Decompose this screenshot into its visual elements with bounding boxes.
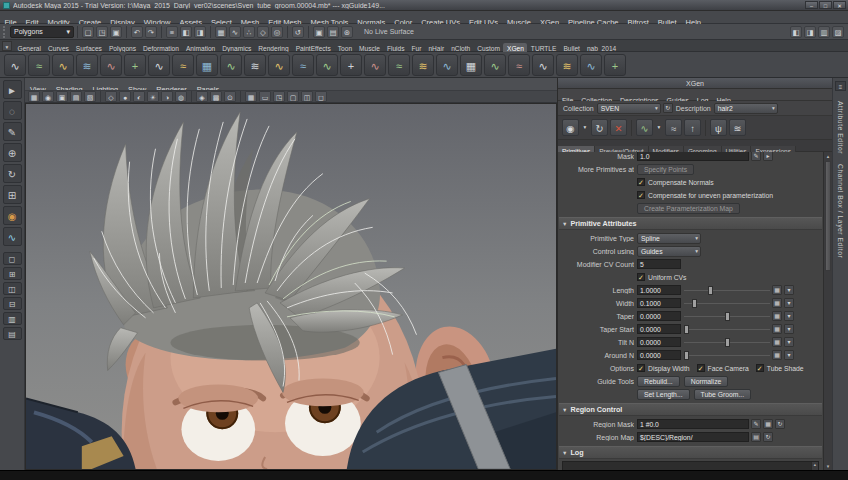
lock-camera-icon[interactable]: ◉ (42, 91, 54, 102)
refresh-map-icon[interactable]: ↻ (763, 432, 773, 442)
xgen-shelf-icon[interactable]: ∿ (100, 54, 122, 76)
map-button-icon[interactable]: ▦ (772, 298, 782, 308)
channel-box-toggle-icon[interactable]: ▥ (818, 26, 830, 38)
set-length-button[interactable]: Set Length... (637, 389, 690, 400)
region-mask-field[interactable]: 1 #0.0 (637, 419, 749, 429)
refresh-preview-icon[interactable]: ↻ (591, 119, 608, 136)
modifier-cv-count-field[interactable]: 5 (637, 259, 681, 269)
compensate-for-uneven-parameterization-checkbox[interactable]: ✓ (637, 191, 645, 199)
xgen-shelf-icon[interactable]: ∿ (484, 54, 506, 76)
xgen-panel-title[interactable]: XGen (558, 78, 832, 89)
export-guides-icon[interactable]: ↑ (684, 119, 701, 136)
tool-settings-toggle-icon[interactable]: ◨ (804, 26, 816, 38)
top-persp-layout-icon[interactable]: ⊟ (3, 297, 22, 310)
scrollbar-track[interactable] (824, 272, 832, 462)
rotate-tool-icon[interactable]: ↻ (3, 164, 22, 183)
scrollbar-thumb[interactable] (825, 161, 831, 271)
minimize-button[interactable]: – (805, 1, 818, 9)
around-n-field[interactable]: 0.0000 (637, 350, 681, 360)
paint-map-icon[interactable]: ✎ (751, 152, 761, 161)
persp-outliner-layout-icon[interactable]: ◫ (3, 282, 22, 295)
xgen-shelf-icon[interactable]: ∿ (220, 54, 242, 76)
section-header-primitive-attributes[interactable]: ▼Primitive Attributes (559, 217, 822, 230)
xgen-shelf-icon[interactable]: ∿ (4, 54, 26, 76)
map-button-icon[interactable]: ▦ (772, 324, 782, 334)
joints-xray-icon[interactable]: ⊙ (224, 91, 236, 102)
description-dropdown[interactable]: hair2 ▾ (714, 103, 778, 114)
log-scrollbar[interactable]: ▴▾ (811, 462, 818, 470)
xgen-shelf-icon[interactable]: ▦ (196, 54, 218, 76)
refresh-collection-icon[interactable]: ↻ (663, 103, 673, 113)
create-guides-icon[interactable]: ∿ (636, 119, 653, 136)
section-header-log[interactable]: ▼Log (559, 446, 822, 459)
log-output[interactable]: ▴▾ (562, 461, 819, 470)
display-width-checkbox[interactable]: ✓ (637, 364, 645, 372)
rebuild-button[interactable]: Rebuild... (637, 376, 680, 387)
expression-editor-icon[interactable]: ▸ (763, 152, 773, 161)
tube-groom-button[interactable]: Tube Groom... (694, 389, 752, 400)
xgen-shelf-icon[interactable]: ≋ (412, 54, 434, 76)
select-tool-icon[interactable]: ► (3, 80, 22, 99)
shelf-menu-icon[interactable]: ▾ (2, 41, 12, 51)
tilt-n-slider[interactable] (684, 338, 770, 347)
scroll-down-icon[interactable]: ▾ (824, 462, 832, 470)
image-plane-icon[interactable]: ▧ (84, 91, 96, 102)
map-menu-arrow-icon[interactable]: ▾ (784, 324, 794, 334)
shadows-icon[interactable]: ◑ (161, 91, 173, 102)
xgen-shelf-icon[interactable]: ∿ (268, 54, 290, 76)
taper-field[interactable]: 0.0000 (637, 311, 681, 321)
map-menu-arrow-icon[interactable]: ▾ (784, 350, 794, 360)
xgen-shelf-icon[interactable]: ≈ (28, 54, 50, 76)
update-preview-icon[interactable]: ◉ (562, 119, 579, 136)
primitive-type-dropdown[interactable]: Spline▾ (637, 233, 701, 244)
preview-menu-arrow-icon[interactable]: ▾ (581, 119, 589, 136)
grid-toggle-icon[interactable]: ▦ (245, 91, 257, 102)
xgen-shelf-icon[interactable]: ∿ (580, 54, 602, 76)
map-menu-arrow-icon[interactable]: ▾ (784, 337, 794, 347)
smooth-guides-icon[interactable]: ≋ (729, 119, 746, 136)
tube-shade-checkbox[interactable]: ✓ (756, 364, 764, 372)
taper-slider[interactable] (684, 312, 770, 321)
map-button-icon[interactable]: ▦ (772, 311, 782, 321)
guides-menu-arrow-icon[interactable]: ▾ (655, 119, 663, 136)
shaded-icon[interactable]: ● (119, 91, 131, 102)
create-parameterization-map-button[interactable]: Create Parameterization Map (637, 203, 740, 214)
move-tool-icon[interactable]: ⊕ (3, 143, 22, 162)
xgen-shelf-icon[interactable]: ▦ (460, 54, 482, 76)
face-camera-checkbox[interactable]: ✓ (697, 364, 705, 372)
normalize-button[interactable]: Normalize (684, 376, 729, 387)
sculpt-guides-icon[interactable]: ψ (710, 119, 727, 136)
camera-attributes-icon[interactable]: ▣ (56, 91, 68, 102)
slider-handle[interactable] (725, 312, 730, 321)
xgen-shelf-icon[interactable]: ≋ (76, 54, 98, 76)
uniform-cvs-checkbox[interactable]: ✓ (637, 273, 645, 281)
xgen-shelf-icon[interactable]: ∿ (364, 54, 386, 76)
resolution-gate-icon[interactable]: ◳ (273, 91, 285, 102)
control-using-dropdown[interactable]: Guides▾ (637, 246, 701, 257)
map-button-icon[interactable]: ▦ (772, 337, 782, 347)
xgen-shelf-icon[interactable]: ≋ (244, 54, 266, 76)
browse-map-icon[interactable]: ▤ (751, 432, 761, 442)
xgen-shelf-icon[interactable]: ∿ (532, 54, 554, 76)
map-button-icon[interactable]: ▦ (772, 350, 782, 360)
gate-mask-icon[interactable]: ▢ (287, 91, 299, 102)
compensate-normals-checkbox[interactable]: ✓ (637, 178, 645, 186)
xgen-shelf-icon[interactable]: ≈ (508, 54, 530, 76)
safe-title-icon[interactable]: ◻ (315, 91, 327, 102)
region-map-field[interactable]: ${DESC}/Region/ (637, 432, 749, 442)
xray-icon[interactable]: ▩ (210, 91, 222, 102)
four-pane-layout-icon[interactable]: ⊞ (3, 267, 22, 280)
map-menu-arrow-icon[interactable]: ▾ (784, 298, 794, 308)
xgen-shelf-icon[interactable]: + (124, 54, 146, 76)
safe-action-icon[interactable]: ◫ (301, 91, 313, 102)
collection-dropdown[interactable]: SVEN ▾ (597, 103, 661, 114)
bookmark-icon[interactable]: ▤ (70, 91, 82, 102)
slider-handle[interactable] (708, 286, 713, 295)
wireframe-icon[interactable]: ◇ (105, 91, 117, 102)
scroll-up-icon[interactable]: ▴ (812, 462, 818, 468)
xgen-shelf-icon[interactable]: ∿ (316, 54, 338, 76)
refresh-map-icon[interactable]: ↻ (775, 419, 785, 429)
specify-points-button[interactable]: Specify Points (637, 164, 694, 175)
xgen-shelf-icon[interactable]: ≋ (556, 54, 578, 76)
taper-start-field[interactable]: 0.0000 (637, 324, 681, 334)
